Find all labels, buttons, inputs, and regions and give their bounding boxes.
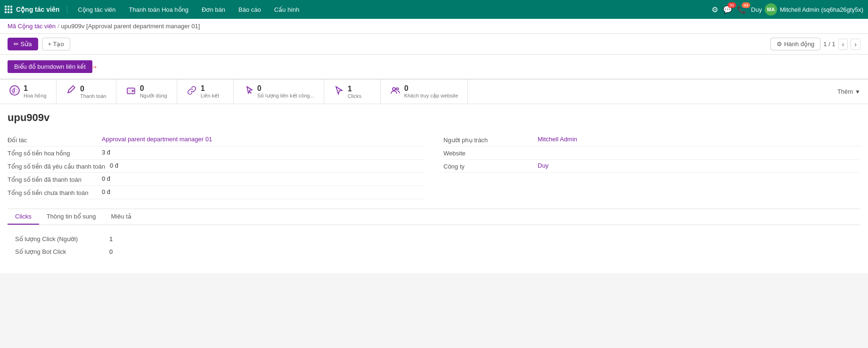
click-bot-row: Số lượng Bot Click 0 xyxy=(15,245,853,258)
money-icon: ₫ xyxy=(9,85,20,98)
stat-tab-clicks[interactable]: 1 Clicks xyxy=(324,80,381,104)
field-doi-tac: Đối tác Approval parent department manag… xyxy=(8,133,425,146)
stat-tab-khach-truy-cap[interactable]: 0 Khách truy cập website xyxy=(381,80,468,104)
chat-icon-btn[interactable]: 💬 30 xyxy=(723,5,732,14)
bottom-tabs: Clicks Thông tin bổ sung Miêu tả Số lượn… xyxy=(8,209,860,266)
field-da-thanh-toan: Tổng số tiền đã thanh toán 0 đ xyxy=(8,173,425,186)
breadcrumb-current: upu909v [Approval parent department mana… xyxy=(61,23,200,30)
stat-lien-ket-number: 1 xyxy=(201,84,219,93)
menu-don-ban[interactable]: Đơn bán xyxy=(196,3,231,16)
svg-text:₫: ₫ xyxy=(12,88,15,93)
stat-khach-label: Khách truy cập website xyxy=(404,93,459,99)
tab-clicks[interactable]: Clicks xyxy=(8,209,39,225)
phone-badge: 44 xyxy=(742,2,750,8)
cursor-icon xyxy=(334,85,344,98)
top-menu: Cộng tác viên Thanh toán Hoa hồng Đơn bá… xyxy=(72,3,712,16)
wallet-icon xyxy=(126,85,136,98)
next-record-button[interactable]: › xyxy=(851,39,860,50)
stat-hoa-hong-number: 1 xyxy=(24,84,47,93)
app-grid-icon xyxy=(5,6,12,13)
click-bot-value: 0 xyxy=(109,248,113,255)
stat-thanh-toan-label: Thanh toán xyxy=(80,93,106,99)
more-label: Thêm xyxy=(837,88,853,95)
click-human-label: Số lượng Click (Người) xyxy=(15,235,109,243)
top-navigation: Cộng tác viên Cộng tác viên Thanh toán H… xyxy=(0,0,868,19)
stat-tab-nguoi-dung[interactable]: 0 Người dùng xyxy=(116,80,177,104)
burndown-label: Biểu đồ burndown liên kết xyxy=(14,63,86,70)
stat-clicks-number: 1 xyxy=(348,85,361,93)
value-da-thanh-toan: 0 đ xyxy=(102,175,110,182)
users-icon xyxy=(390,85,401,98)
stat-tab-more[interactable]: Thêm ▼ xyxy=(830,80,868,104)
chat-badge: 30 xyxy=(728,2,736,8)
stat-tab-hoa-hong[interactable]: ₫ 1 Hoa hồng xyxy=(0,80,57,104)
stat-so-luong-lien-ket-label: Số lượng liên kết công... xyxy=(257,93,314,99)
stat-lien-ket-label: Liên kết xyxy=(201,93,219,99)
value-tong-hoa-hong: 3 đ xyxy=(102,149,110,156)
right-fields: Người phụ trách Mitchell Admin Website C… xyxy=(443,133,860,199)
field-cong-ty: Công ty Duy xyxy=(443,160,860,173)
label-doi-tac: Đối tác xyxy=(8,136,102,144)
menu-cau-hinh[interactable]: Cấu hình xyxy=(269,3,305,16)
menu-thanh-toan[interactable]: Thanh toán Hoa hồng xyxy=(123,3,195,16)
stat-tab-lien-ket[interactable]: 1 Liên kết xyxy=(177,80,234,104)
stat-so-luong-lien-ket-number: 0 xyxy=(257,84,314,93)
pencil-icon xyxy=(66,85,76,98)
user-full-label: Mitchell Admin (sq6ha26gty5x) xyxy=(780,6,863,13)
stat-tabs-bar: ₫ 1 Hoa hồng 0 Thanh toán 0 Người dùng 1 xyxy=(0,79,868,104)
user-name: Duy xyxy=(751,6,762,13)
settings-icon-btn[interactable]: ⚙ xyxy=(712,5,718,14)
brand-label: Cộng tác viên xyxy=(16,6,59,13)
field-tong-hoa-hong: Tổng số tiền hoa hồng 3 đ xyxy=(8,146,425,160)
tab-mieu-ta[interactable]: Miêu tả xyxy=(104,209,139,225)
label-yeu-cau-thanh-toan: Tổng số tiền đã yêu cầu thanh toán xyxy=(8,162,110,170)
label-cong-ty: Công ty xyxy=(443,162,538,170)
click-bot-label: Số lượng Bot Click xyxy=(15,248,109,255)
label-chua-thanh-toan: Tổng số tiền chưa thanh toán xyxy=(8,188,102,196)
pagination-label: 1 / 1 xyxy=(823,40,835,48)
breadcrumb-parent[interactable]: Mã Cộng tác viên xyxy=(8,23,56,30)
field-chua-thanh-toan: Tổng số tiền chưa thanh toán 0 đ xyxy=(8,186,425,199)
record-form: Đối tác Approval parent department manag… xyxy=(8,133,860,199)
stat-clicks-label: Clicks xyxy=(348,93,361,99)
svg-point-3 xyxy=(132,90,134,92)
user-menu[interactable]: Duy MA Mitchell Admin (sq6ha26gty5x) xyxy=(751,3,863,16)
field-nguoi-phu-trach: Người phụ trách Mitchell Admin xyxy=(443,133,860,146)
value-cong-ty[interactable]: Duy xyxy=(538,162,549,169)
menu-bao-cao[interactable]: Báo cáo xyxy=(233,3,267,16)
phone-icon-btn[interactable]: 📞 44 xyxy=(737,5,746,14)
left-fields: Đối tác Approval parent department manag… xyxy=(8,133,425,199)
stat-nguoi-dung-label: Người dùng xyxy=(140,93,167,99)
link-icon xyxy=(187,85,197,98)
label-tong-hoa-hong: Tổng số tiền hoa hồng xyxy=(8,149,102,157)
action-dropdown-button[interactable]: ⚙ Hành động xyxy=(770,38,820,50)
value-doi-tac[interactable]: Approval parent department manager 01 xyxy=(102,136,212,143)
value-nguoi-phu-trach[interactable]: Mitchell Admin xyxy=(538,136,577,143)
more-chevron-icon: ▼ xyxy=(855,89,860,95)
edit-button[interactable]: ✏ Sửa xyxy=(8,38,38,50)
tab-thong-tin-bo-sung[interactable]: Thông tin bổ sung xyxy=(39,209,104,225)
brand-area[interactable]: Cộng tác viên xyxy=(5,6,67,13)
cursor-special-icon xyxy=(243,85,254,98)
create-button[interactable]: + Tạo xyxy=(42,38,70,50)
burndown-arrow-icon: → xyxy=(90,62,98,72)
prev-record-button[interactable]: ‹ xyxy=(838,39,848,50)
menu-cong-tac-vien[interactable]: Cộng tác viên xyxy=(72,3,121,16)
bottom-tabs-header: Clicks Thông tin bổ sung Miêu tả xyxy=(8,209,860,225)
click-human-value: 1 xyxy=(109,235,113,243)
main-content: upu909v Đối tác Approval parent departme… xyxy=(0,104,868,273)
stat-tab-so-luong-lien-ket[interactable]: 0 Số lượng liên kết công... xyxy=(234,80,324,104)
action-bar: ✏ Sửa + Tạo ⚙ Hành động 1 / 1 ‹ › xyxy=(0,34,868,55)
field-website: Website xyxy=(443,146,860,160)
stat-thanh-toan-number: 0 xyxy=(80,85,106,93)
value-chua-thanh-toan: 0 đ xyxy=(102,188,110,195)
breadcrumb-separator: / xyxy=(57,23,59,30)
top-right-actions: ⚙ 💬 30 📞 44 Duy MA Mitchell Admin (sq6ha… xyxy=(712,3,863,16)
record-title: upu909v xyxy=(8,112,860,124)
stat-khach-number: 0 xyxy=(404,84,459,93)
burndown-banner[interactable]: Biểu đồ burndown liên kết → xyxy=(8,60,92,73)
stat-tab-thanh-toan[interactable]: 0 Thanh toán xyxy=(57,80,116,104)
label-website: Website xyxy=(443,149,538,157)
field-yeu-cau-thanh-toan: Tổng số tiền đã yêu cầu thanh toán 0 đ xyxy=(8,160,425,173)
click-human-row: Số lượng Click (Người) 1 xyxy=(15,233,853,245)
